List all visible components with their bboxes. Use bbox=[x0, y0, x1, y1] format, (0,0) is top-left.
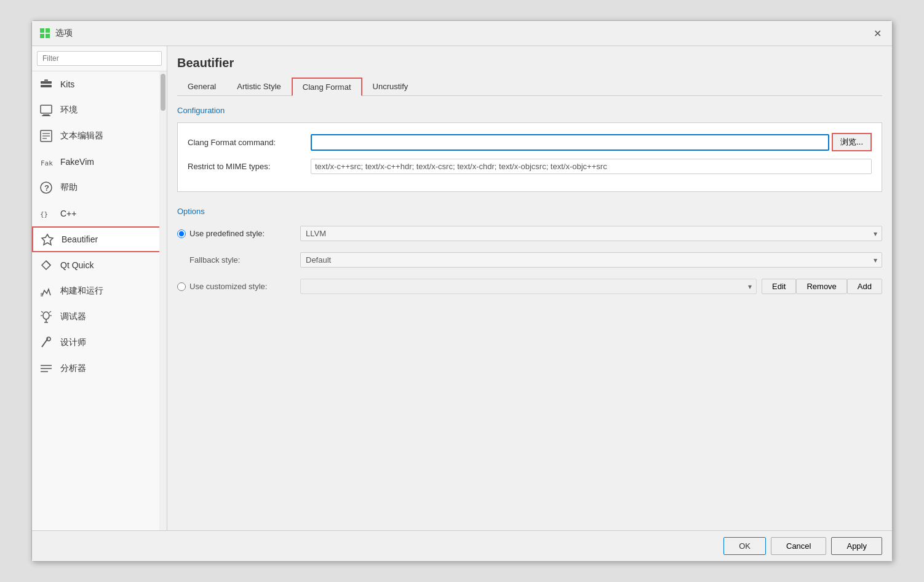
cancel-button[interactable]: Cancel bbox=[771, 537, 826, 555]
tab-uncrustify[interactable]: Uncrustify bbox=[362, 78, 419, 96]
predefined-style-select[interactable]: LLVM Google Chromium Mozilla WebKit bbox=[300, 226, 882, 241]
window-title: 选项 bbox=[55, 28, 73, 39]
custom-radio[interactable] bbox=[177, 282, 186, 291]
command-input[interactable] bbox=[311, 134, 829, 151]
sidebar-item-help[interactable]: ? 帮助 bbox=[32, 175, 167, 201]
sidebar-label-analyzer: 分析器 bbox=[60, 363, 86, 374]
analyzer-icon bbox=[39, 362, 53, 375]
sidebar-item-analyzer[interactable]: 分析器 bbox=[32, 356, 167, 381]
svg-rect-1 bbox=[46, 28, 50, 33]
fallback-style-select[interactable]: Default None LLVM Google bbox=[300, 252, 882, 268]
fallback-label: Fallback style: bbox=[177, 255, 300, 265]
sidebar-label-kits: Kits bbox=[60, 79, 74, 89]
options-section: Options Use predefined style: LLVM Googl… bbox=[177, 202, 882, 308]
title-bar: 选项 ✕ bbox=[32, 21, 892, 46]
fallback-style-row: Fallback style: Default None LLVM Google bbox=[177, 250, 882, 270]
tab-artistic-style[interactable]: Artistic Style bbox=[226, 78, 292, 96]
svg-point-22 bbox=[43, 312, 49, 319]
beautifier-icon bbox=[41, 233, 54, 246]
kits-icon bbox=[39, 78, 53, 91]
fallback-select-wrapper: Default None LLVM Google bbox=[300, 252, 882, 268]
sidebar-scroll-thumb bbox=[161, 74, 165, 111]
sidebar-item-build[interactable]: 构建和运行 bbox=[32, 278, 167, 304]
debugger-icon bbox=[39, 310, 53, 324]
bottom-bar: OK Cancel Apply bbox=[32, 530, 892, 561]
svg-line-24 bbox=[49, 311, 51, 313]
title-bar-left: 选项 bbox=[39, 28, 73, 39]
sidebar-label-editor: 文本编辑器 bbox=[60, 130, 103, 142]
apply-button[interactable]: Apply bbox=[831, 537, 882, 555]
predefined-radio[interactable] bbox=[177, 229, 186, 238]
sidebar-label-designer: 设计师 bbox=[60, 337, 86, 348]
fakevim-icon: Fake bbox=[39, 155, 53, 169]
filter-input[interactable] bbox=[37, 51, 162, 66]
sidebar-item-designer[interactable]: 设计师 bbox=[32, 330, 167, 356]
edit-button[interactable]: Edit bbox=[762, 279, 796, 294]
svg-rect-21 bbox=[41, 293, 43, 297]
filter-container bbox=[32, 46, 167, 71]
svg-rect-7 bbox=[41, 105, 52, 113]
sidebar-label-env: 环境 bbox=[60, 105, 78, 116]
sidebar-label-cpp: C++ bbox=[60, 209, 76, 218]
sidebar-label-fakevim: FakeVim bbox=[60, 157, 94, 167]
svg-rect-0 bbox=[40, 28, 44, 33]
predefined-style-row: Use predefined style: LLVM Google Chromi… bbox=[177, 223, 882, 244]
svg-text:Fake: Fake bbox=[41, 159, 53, 167]
svg-line-20 bbox=[46, 261, 50, 265]
command-label: Clang Format command: bbox=[188, 138, 311, 147]
dialog-body: Kits 环境 bbox=[32, 46, 892, 530]
sidebar-label-beautifier: Beautifier bbox=[62, 234, 98, 244]
sidebar-label-build: 构建和运行 bbox=[60, 285, 103, 297]
svg-rect-5 bbox=[41, 85, 52, 87]
main-content: Beautifier General Artistic Style Clang … bbox=[167, 46, 892, 530]
sidebar-item-editor[interactable]: 文本编辑器 bbox=[32, 123, 167, 149]
sidebar-scrollbar[interactable] bbox=[159, 71, 167, 530]
tab-clang-format[interactable]: Clang Format bbox=[292, 78, 362, 96]
sidebar-item-debugger[interactable]: 调试器 bbox=[32, 304, 167, 330]
remove-button[interactable]: Remove bbox=[796, 279, 846, 294]
sidebar-label-qtquick: Qt Quick bbox=[60, 260, 94, 270]
mime-row: Restrict to MIME types: bbox=[188, 159, 872, 174]
custom-style-label[interactable]: Use customized style: bbox=[177, 282, 300, 291]
dialog: 选项 ✕ Kits bbox=[31, 20, 893, 562]
close-button[interactable]: ✕ bbox=[870, 26, 885, 41]
custom-style-select[interactable] bbox=[300, 279, 757, 294]
svg-rect-3 bbox=[46, 34, 50, 38]
cpp-icon: {} bbox=[39, 207, 53, 220]
predefined-select-wrapper: LLVM Google Chromium Mozilla WebKit bbox=[300, 226, 882, 241]
env-icon bbox=[39, 103, 53, 117]
tabs-container: General Artistic Style Clang Format Uncr… bbox=[177, 78, 882, 96]
editor-icon bbox=[39, 129, 53, 143]
sidebar-item-beautifier[interactable]: Beautifier bbox=[32, 226, 167, 252]
command-row: Clang Format command: 浏览... bbox=[188, 133, 872, 151]
tab-general[interactable]: General bbox=[177, 78, 226, 96]
custom-style-row: Use customized style: Edit Remove Add bbox=[177, 276, 882, 297]
svg-rect-6 bbox=[44, 79, 48, 82]
sidebar-label-debugger: 调试器 bbox=[60, 311, 86, 322]
sidebar-item-cpp[interactable]: {} C++ bbox=[32, 201, 167, 226]
predefined-style-label[interactable]: Use predefined style: bbox=[177, 229, 300, 238]
designer-icon bbox=[39, 336, 53, 349]
ok-button[interactable]: OK bbox=[723, 537, 766, 555]
sidebar-scroll: Kits 环境 bbox=[32, 71, 167, 530]
svg-marker-19 bbox=[42, 261, 50, 269]
svg-text:{}: {} bbox=[40, 210, 48, 218]
sidebar-label-help: 帮助 bbox=[60, 182, 78, 193]
add-button[interactable]: Add bbox=[847, 279, 882, 294]
browse-button[interactable]: 浏览... bbox=[832, 133, 872, 151]
qtquick-icon bbox=[39, 258, 53, 272]
svg-marker-18 bbox=[42, 234, 53, 245]
sidebar-item-qtquick[interactable]: Qt Quick bbox=[32, 252, 167, 278]
config-section-title: Configuration bbox=[177, 106, 882, 115]
svg-text:?: ? bbox=[44, 183, 49, 193]
content-area: Configuration Clang Format command: 浏览..… bbox=[177, 106, 882, 520]
build-icon bbox=[39, 284, 53, 298]
sidebar-item-fakevim[interactable]: Fake FakeVim bbox=[32, 149, 167, 175]
page-title: Beautifier bbox=[177, 56, 882, 70]
sidebar-item-env[interactable]: 环境 bbox=[32, 97, 167, 123]
mime-input[interactable] bbox=[311, 159, 872, 174]
custom-select-wrapper bbox=[300, 279, 757, 294]
options-section-title: Options bbox=[177, 207, 882, 216]
svg-rect-2 bbox=[40, 34, 44, 38]
sidebar-item-kits[interactable]: Kits bbox=[32, 71, 167, 97]
